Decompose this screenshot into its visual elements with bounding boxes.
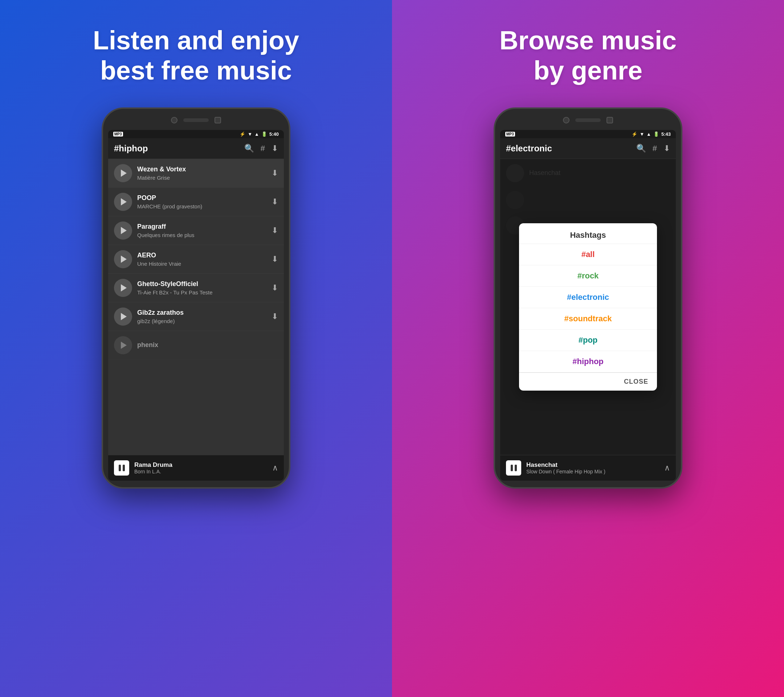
play-btn-1[interactable] [114,164,132,182]
right-phone-screen: MP3 ⚡ ▼ ▲ 🔋 5:43 #electronic 🔍 # ⬇ [500,130,676,481]
hashtag-electronic[interactable]: #electronic [519,287,657,308]
right-panel: Browse music by genre MP3 ⚡ ▼ ▲ 🔋 5:43 [392,0,784,697]
now-playing-bar-right[interactable]: Hasenchat Slow Down ( Female Hip Hop Mix… [500,455,676,481]
track-name-1: Wezen & Vortex [137,165,267,173]
track-item-3[interactable]: Paragraff Quelques rimes de plus ⬇ [108,216,284,245]
phone-top-bar-right [500,115,676,126]
dialog-overlay: Hashtags #all #rock #electronic #soundtr… [500,159,676,455]
track-info-1: Wezen & Vortex Matière Grise [137,165,267,180]
now-playing-bar-left[interactable]: Rama Druma Born In L.A. ∧ [108,455,284,481]
hashtag-hiphop[interactable]: #hiphop [519,351,657,372]
status-right-right: ⚡ ▼ ▲ 🔋 5:43 [632,132,671,137]
phone-speaker-right [575,119,601,122]
right-headline: Browse music by genre [499,25,677,86]
app-title-left: #hiphop [114,143,148,153]
battery-icon-left: 🔋 [261,132,267,137]
track-name-7: phenix [137,341,278,349]
pause-bar-2-left [123,465,125,471]
track-artist-4: Une Histoire Vraie [137,260,267,267]
track-info-6: Gib2z zarathos gib2z (légende) [137,308,267,324]
play-btn-7 [114,336,132,354]
wifi-icon-right: ▲ [646,132,651,137]
track-item-4[interactable]: AERO Une Histoire Vraie ⬇ [108,245,284,274]
track-item-2[interactable]: POOP MARCHE (prod graveston) ⬇ [108,188,284,216]
close-button[interactable]: CLOSE [624,378,648,386]
track-name-3: Paragraff [137,222,267,231]
status-time-right: 5:43 [661,132,671,137]
phone-button-right [606,117,613,124]
pause-bar-2-right [515,465,517,471]
track-info-2: POOP MARCHE (prod graveston) [137,194,267,209]
track-artist-3: Quelques rimes de plus [137,232,267,238]
mp3-badge-right: MP3 [505,132,515,137]
track-item-5[interactable]: Ghetto-StyleOfficiel Ti-Aie Ft B2x - Tu … [108,274,284,302]
download-track-6[interactable]: ⬇ [272,312,278,321]
left-headline: Listen and enjoy best free music [93,25,299,86]
play-btn-6[interactable] [114,308,132,326]
now-playing-name-left: Rama Druma [134,461,267,469]
phone-top-bar-left [108,115,284,126]
dialog-title: Hashtags [519,223,657,244]
hashtag-rock[interactable]: #rock [519,265,657,287]
download-track-2[interactable]: ⬇ [272,197,278,206]
hashtag-icon-right[interactable]: # [652,144,657,153]
left-phone-frame: MP3 ⚡ ▼ ▲ 🔋 5:40 #hiphop 🔍 # ⬇ [102,107,290,489]
header-icons-left: 🔍 # ⬇ [244,144,278,153]
track-name-6: Gib2z zarathos [137,308,267,317]
now-playing-info-right: Hasenchat Slow Down ( Female Hip Hop Mix… [526,461,659,475]
now-playing-info-left: Rama Druma Born In L.A. [134,461,267,475]
pause-btn-right[interactable] [506,460,521,476]
download-track-4[interactable]: ⬇ [272,254,278,264]
hashtag-all[interactable]: #all [519,244,657,265]
mp3-badge-left: MP3 [113,132,123,137]
hashtag-pop[interactable]: #pop [519,330,657,351]
hashtag-soundtrack[interactable]: #soundtrack [519,308,657,330]
chevron-up-left[interactable]: ∧ [272,463,278,473]
download-icon-left[interactable]: ⬇ [272,144,278,153]
hashtag-icon-left[interactable]: # [260,144,265,153]
pause-btn-left[interactable] [114,460,129,476]
app-title-right: #electronic [506,143,552,153]
now-playing-sub-right: Slow Down ( Female Hip Hop Mix ) [526,469,659,475]
track-item-6[interactable]: Gib2z zarathos gib2z (légende) ⬇ [108,302,284,331]
pause-bar-1-left [119,465,121,471]
track-artist-5: Ti-Aie Ft B2x - Tu Px Pas Teste [137,289,267,295]
track-info-4: AERO Une Histoire Vraie [137,251,267,267]
search-icon-right[interactable]: 🔍 [636,144,646,153]
download-track-5[interactable]: ⬇ [272,283,278,293]
phone-camera-left [171,117,178,124]
status-right-left: ⚡ ▼ ▲ 🔋 5:40 [240,132,279,137]
right-phone-frame: MP3 ⚡ ▼ ▲ 🔋 5:43 #electronic 🔍 # ⬇ [494,107,682,489]
now-playing-sub-left: Born In L.A. [134,469,267,475]
track-name-5: Ghetto-StyleOfficiel [137,280,267,288]
wifi-icon-left: ▲ [254,132,259,137]
signal-icon-right: ▼ [639,132,644,137]
phone-button-left [214,117,221,124]
play-btn-4[interactable] [114,250,132,268]
track-info-3: Paragraff Quelques rimes de plus [137,222,267,238]
track-artist-2: MARCHE (prod graveston) [137,203,267,209]
battery-icon-right: 🔋 [653,132,659,137]
chevron-up-right[interactable]: ∧ [664,463,670,473]
left-phone-screen: MP3 ⚡ ▼ ▲ 🔋 5:40 #hiphop 🔍 # ⬇ [108,130,284,481]
track-artist-6: gib2z (légende) [137,318,267,324]
track-item-1[interactable]: Wezen & Vortex Matière Grise ⬇ [108,159,284,188]
play-btn-3[interactable] [114,221,132,240]
play-btn-5[interactable] [114,279,132,297]
download-icon-right[interactable]: ⬇ [664,144,670,153]
track-list-right: Hasenchat Hashtags #all #rock #electroni… [500,159,676,455]
download-track-1[interactable]: ⬇ [272,168,278,178]
header-icons-right: 🔍 # ⬇ [636,144,670,153]
dialog-close-row: CLOSE [519,372,657,391]
app-header-right: #electronic 🔍 # ⬇ [500,138,676,159]
download-track-3[interactable]: ⬇ [272,226,278,235]
search-icon-left[interactable]: 🔍 [244,144,254,153]
phone-camera-right [563,117,570,124]
pause-bar-1-right [511,465,513,471]
bluetooth-icon-right: ⚡ [632,132,637,137]
track-info-5: Ghetto-StyleOfficiel Ti-Aie Ft B2x - Tu … [137,280,267,295]
status-time-left: 5:40 [269,132,279,137]
phone-speaker-left [183,119,209,122]
track-name-4: AERO [137,251,267,260]
play-btn-2[interactable] [114,193,132,211]
